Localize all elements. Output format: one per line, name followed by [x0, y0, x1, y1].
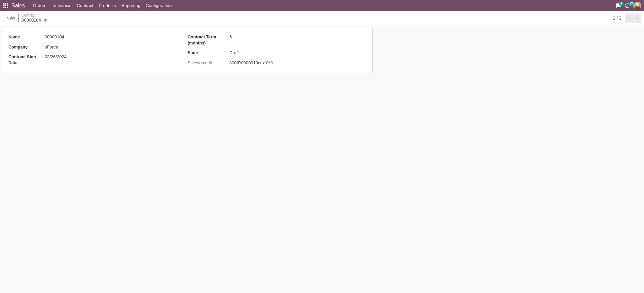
svg-rect-6 — [3, 7, 5, 8]
svg-rect-2 — [7, 3, 8, 5]
user-avatar[interactable] — [633, 2, 641, 10]
top-navbar: Sales Orders To Invoice Contract Product… — [0, 0, 644, 11]
field-name: Name 00000104 — [8, 34, 188, 40]
messages-button[interactable]: 6 — [616, 3, 621, 8]
app-brand[interactable]: Sales — [11, 3, 25, 9]
label-company: Company — [8, 44, 45, 51]
pager-prev-button[interactable] — [625, 13, 633, 23]
field-salesforce-id: Salesforce Id 800IR0000019cuxYAA — [188, 60, 367, 66]
field-company: Company sForce — [8, 44, 188, 51]
breadcrumb: Contract 00000104 — [22, 13, 47, 23]
navbar-right: 6 17 — [616, 2, 641, 10]
navbar-menu: Orders To Invoice Contract Products Repo… — [30, 0, 174, 11]
navbar-left: Sales Orders To Invoice Contract Product… — [3, 0, 174, 11]
svg-rect-3 — [3, 5, 5, 6]
form-column-right: Contract Term (months) 5 State Draft Sal… — [188, 34, 367, 66]
breadcrumb-parent[interactable]: Contract — [22, 13, 47, 18]
menu-orders[interactable]: Orders — [30, 0, 49, 11]
svg-rect-8 — [7, 7, 8, 8]
messages-badge: 6 — [619, 2, 624, 6]
form-sheet: Name 00000104 Company sForce Contract St… — [3, 28, 373, 73]
gear-icon[interactable] — [43, 18, 47, 22]
pager-buttons — [625, 13, 641, 23]
menu-products[interactable]: Products — [96, 0, 118, 11]
value-contract-term[interactable]: 5 — [229, 34, 232, 39]
svg-rect-4 — [5, 5, 6, 6]
breadcrumb-current-row: 00000104 — [22, 18, 47, 23]
main-area: Name 00000104 Company sForce Contract St… — [0, 25, 644, 76]
svg-rect-0 — [3, 3, 5, 5]
field-start-date: Contract Start Date 03/26/2024 — [8, 54, 188, 66]
svg-rect-1 — [5, 3, 6, 5]
form-column-left: Name 00000104 Company sForce Contract St… — [8, 34, 188, 66]
pager-text[interactable]: 2 / 2 — [613, 15, 621, 21]
value-company[interactable]: sForce — [45, 44, 58, 50]
svg-rect-5 — [7, 5, 8, 6]
control-right: 2 / 2 — [613, 13, 641, 23]
field-contract-term: Contract Term (months) 5 — [188, 34, 367, 46]
value-salesforce-id: 800IR0000019cuxYAA — [229, 60, 273, 65]
menu-reporting[interactable]: Reporting — [119, 0, 143, 11]
menu-contract[interactable]: Contract — [74, 0, 96, 11]
menu-to-invoice[interactable]: To Invoice — [49, 0, 74, 11]
value-name[interactable]: 00000104 — [45, 34, 64, 39]
control-bar: New Contract 00000104 2 / 2 — [0, 11, 644, 25]
label-name: Name — [8, 34, 45, 40]
chevron-left-icon — [627, 17, 631, 20]
label-state: State — [188, 50, 229, 56]
field-state: State Draft — [188, 50, 367, 56]
control-left: New Contract 00000104 — [3, 13, 47, 23]
pager-next-button[interactable] — [633, 13, 641, 23]
breadcrumb-current: 00000104 — [22, 18, 41, 23]
value-start-date[interactable]: 03/26/2024 — [45, 54, 67, 59]
activities-button[interactable]: 17 — [624, 3, 630, 8]
value-state[interactable]: Draft — [229, 50, 239, 55]
svg-rect-7 — [5, 7, 6, 8]
apps-icon[interactable] — [3, 3, 9, 9]
label-start-date: Contract Start Date — [8, 54, 45, 66]
chevron-right-icon — [636, 17, 639, 20]
label-contract-term: Contract Term (months) — [188, 34, 229, 46]
label-salesforce-id: Salesforce Id — [188, 60, 229, 66]
menu-configuration[interactable]: Configuration — [143, 0, 174, 11]
new-button[interactable]: New — [3, 14, 19, 22]
